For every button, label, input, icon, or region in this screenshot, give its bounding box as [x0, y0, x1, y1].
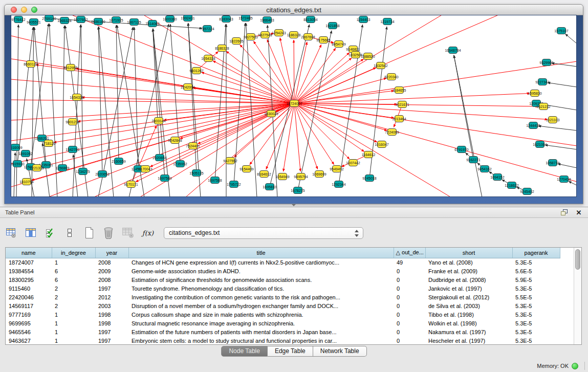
table-cell[interactable]: 1997 — [95, 284, 128, 293]
table-cell[interactable]: 1 — [52, 319, 95, 327]
table-cell[interactable]: 49 — [394, 258, 425, 267]
tab-network-table[interactable]: Network Table — [313, 346, 367, 357]
select-all-icon[interactable] — [43, 225, 57, 240]
delete-column-icon[interactable] — [101, 225, 116, 240]
table-cell[interactable]: Genome-wide association studies in ADHD. — [128, 267, 394, 275]
graph-node[interactable]: 9162271 — [466, 157, 480, 163]
graph-node[interactable]: 1505135 — [189, 170, 203, 177]
graph-node[interactable]: 1219734 — [380, 18, 394, 25]
table-cell[interactable]: 2012 — [95, 293, 128, 301]
table-row[interactable]: 911546021997Tourette syndrome. Phenomeno… — [6, 284, 560, 293]
table-cell[interactable]: 5.3E-5 — [512, 336, 560, 345]
table-cell[interactable]: 0 — [394, 275, 425, 284]
graph-node[interactable]: 16648784 — [445, 47, 461, 54]
graph-node[interactable]: 1527602 — [74, 16, 88, 23]
graph-node[interactable]: 1795722 — [227, 181, 241, 188]
unselect-rows-icon[interactable] — [62, 225, 77, 240]
graph-node[interactable]: 1603380 — [163, 16, 177, 23]
column-header-title[interactable]: title — [128, 248, 394, 258]
graph-node[interactable]: 1621064 — [533, 141, 547, 148]
graph-node[interactable]: 1575107 — [554, 28, 568, 34]
graph-node[interactable]: 1007442 — [346, 160, 360, 166]
table-cell[interactable]: Hescheler et al. (1997) — [425, 336, 512, 345]
table-cell[interactable]: 1997 — [95, 327, 128, 336]
table-cell[interactable]: 2 — [52, 301, 95, 310]
table-cell[interactable]: Yano et al. (2008) — [425, 258, 512, 267]
window-titlebar[interactable]: citations_edges.txt — [5, 5, 583, 15]
table-cell[interactable]: 2009 — [95, 267, 128, 275]
table-cell[interactable]: 2008 — [95, 275, 128, 284]
graph-node[interactable]: 9227343 — [535, 79, 549, 85]
table-cell[interactable]: 1998 — [95, 310, 128, 319]
graph-node[interactable]: 1992431 — [181, 15, 194, 21]
graph-node[interactable]: 1697589 — [158, 175, 171, 182]
graph-node[interactable]: 1254243 — [272, 30, 286, 36]
graph-node[interactable]: 2803144 — [151, 118, 165, 124]
table-cell[interactable]: Investigating the contribution of common… — [128, 293, 394, 301]
graph-node[interactable]: 1154403 — [357, 16, 371, 23]
graph-node[interactable]: 9245018 — [362, 175, 376, 182]
table-cell[interactable]: Stergiakouli et al. (2012) — [425, 293, 512, 301]
table-cell[interactable]: 0 — [394, 293, 425, 301]
table-cell[interactable]: 9465546 — [6, 327, 52, 336]
graph-node[interactable]: 1021671 — [395, 101, 409, 108]
table-cell[interactable]: 1 — [52, 327, 95, 336]
graph-node[interactable]: 1595830 — [528, 90, 541, 97]
show-columns-icon[interactable] — [24, 225, 38, 240]
table-cell[interactable]: 0 — [394, 319, 425, 327]
graph-node[interactable]: 1184655 — [393, 87, 406, 94]
graph-node[interactable]: 8220340 — [384, 74, 398, 80]
table-cell[interactable]: 0 — [394, 284, 425, 293]
table-cell[interactable]: Tourette syndrome. Phenomenology and cla… — [128, 284, 394, 293]
graph-node[interactable]: 1021103 — [546, 117, 560, 123]
table-cell[interactable]: Nakamura et al. (1997) — [425, 327, 512, 336]
table-cell[interactable]: 2003 — [95, 301, 128, 310]
graph-node[interactable]: 2867608 — [301, 34, 315, 40]
graph-node[interactable]: 9329966 — [539, 59, 553, 66]
tab-node-table[interactable]: Node Table — [221, 346, 268, 357]
graph-node[interactable]: 8813054 — [303, 16, 317, 23]
new-column-icon[interactable] — [82, 225, 96, 240]
table-cell[interactable]: 5.3E-5 — [512, 258, 560, 267]
tab-edge-table[interactable]: Edge Table — [268, 346, 313, 357]
table-row[interactable]: 1938455462009Genome-wide association stu… — [6, 267, 560, 275]
graph-node[interactable]: 1921858 — [325, 23, 339, 29]
graph-node[interactable]: 8912955 — [63, 64, 77, 71]
graph-node[interactable]: 9776412 — [11, 16, 25, 23]
table-cell[interactable]: Franke et al. (2009) — [425, 267, 512, 275]
table-cell[interactable]: 2 — [52, 284, 95, 293]
column-header-year[interactable]: year — [95, 248, 128, 258]
table-cell[interactable]: 0 — [394, 336, 425, 345]
graph-node[interactable]: 7357224 — [200, 26, 214, 32]
table-cell[interactable]: 0 — [394, 301, 425, 310]
column-header-pagerank[interactable]: pagerank — [512, 248, 560, 258]
table-cell[interactable]: 5.3E-5 — [512, 319, 560, 327]
graph-node[interactable]: 7224069 — [385, 129, 399, 136]
table-cell[interactable]: 5.3E-5 — [512, 301, 560, 310]
table-cell[interactable]: 5.5E-5 — [512, 293, 560, 301]
column-header-name[interactable]: name — [6, 248, 52, 258]
graph-node[interactable]: 1244415 — [526, 122, 540, 129]
table-select-dropdown[interactable]: citations_edges.txt — [164, 227, 363, 239]
float-panel-icon[interactable] — [560, 208, 569, 216]
graph-node[interactable]: 9154409 — [239, 166, 253, 172]
table-row[interactable]: 969969511998Structural magnetic resonanc… — [6, 319, 560, 327]
table-cell[interactable]: Wolkin et al. (1998) — [425, 319, 512, 327]
table-cell[interactable]: Disruption of a novel member of a sodium… — [128, 301, 394, 310]
table-cell[interactable]: 1 — [52, 310, 95, 319]
function-builder-icon[interactable]: ƒ(x) — [140, 225, 156, 240]
table-row[interactable]: 1830029562008Estimation of significance … — [6, 275, 560, 284]
graph-node[interactable]: 1186328 — [287, 32, 301, 38]
graph-node[interactable]: 1735992 — [173, 161, 187, 167]
table-cell[interactable]: 1 — [52, 258, 95, 267]
table-cell[interactable]: 6 — [52, 275, 95, 284]
graph-node[interactable]: 9405571 — [27, 19, 40, 26]
graph-node[interactable]: 1891092 — [18, 150, 32, 157]
table-cell[interactable]: 22420046 — [6, 293, 52, 301]
table-cell[interactable]: 9115460 — [6, 284, 52, 293]
table-cell[interactable]: 18724007 — [6, 258, 52, 267]
graph-node[interactable]: 9827548 — [258, 32, 272, 38]
table-scrollbar[interactable] — [574, 248, 581, 344]
column-header-in_degree[interactable]: in_degree — [52, 248, 95, 258]
graph-node[interactable]: 8186328 — [215, 45, 229, 52]
